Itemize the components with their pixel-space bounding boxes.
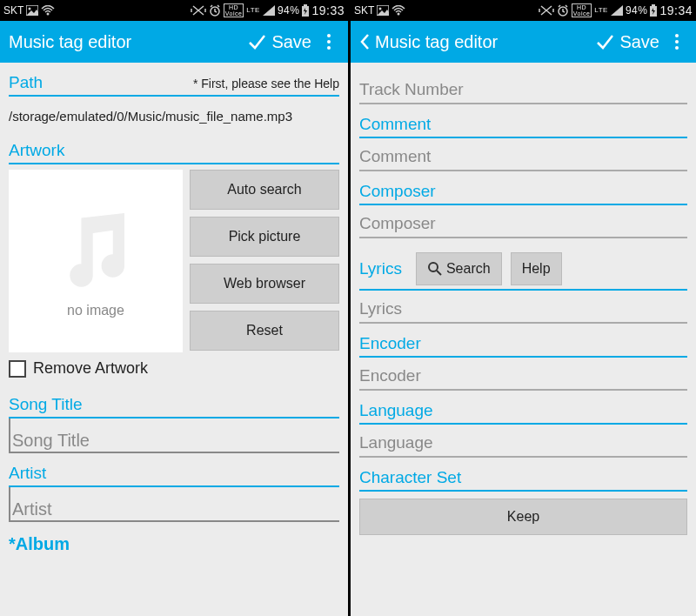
battery-pct: 94% <box>278 4 300 17</box>
album-label: *Album <box>9 522 339 557</box>
clock: 19:34 <box>659 3 693 17</box>
encoder-label: Encoder <box>359 324 687 358</box>
reset-button[interactable]: Reset <box>190 311 339 351</box>
signal-icon <box>611 5 623 16</box>
music-note-icon <box>48 204 144 299</box>
svg-point-2 <box>47 13 50 16</box>
path-label: Path <box>9 73 43 92</box>
svg-point-1 <box>29 8 31 10</box>
lte-label: LTE <box>246 7 260 14</box>
clock: 19:33 <box>311 3 345 17</box>
save-button[interactable]: Save <box>247 32 311 52</box>
track-number-input[interactable]: Track Number <box>359 68 687 104</box>
lte-label: LTE <box>594 7 608 14</box>
lyrics-input[interactable]: Lyrics <box>359 291 687 324</box>
check-icon <box>247 32 266 51</box>
path-section-header: Path * First, please see the Help <box>9 68 339 97</box>
artist-label: Artist <box>9 453 339 487</box>
charset-keep-button[interactable]: Keep <box>359 499 687 535</box>
svg-point-7 <box>379 8 382 10</box>
svg-rect-11 <box>652 4 655 6</box>
hd-voice: HD <box>229 4 238 10</box>
remove-artwork-label: Remove Artwork <box>33 359 148 378</box>
svg-point-12 <box>429 263 438 271</box>
app-title: Music tag editor <box>375 32 498 52</box>
pick-picture-button[interactable]: Pick picture <box>190 217 339 257</box>
save-button[interactable]: Save <box>595 32 659 52</box>
artist-input[interactable]: Artist <box>9 487 339 522</box>
web-browser-button[interactable]: Web browser <box>190 264 339 304</box>
song-title-input[interactable]: Song Title <box>9 418 339 453</box>
wifi-icon <box>392 5 405 16</box>
composer-label: Composer <box>359 171 687 205</box>
language-label: Language <box>359 391 687 425</box>
language-input[interactable]: Language <box>359 425 687 458</box>
help-notice: * First, please see the Help <box>193 77 339 90</box>
svg-point-8 <box>398 13 400 16</box>
svg-rect-5 <box>304 4 307 6</box>
lyrics-label: Lyrics <box>359 259 402 278</box>
app-title: Music tag editor <box>9 32 247 52</box>
song-title-label: Song Title <box>9 385 339 418</box>
composer-input[interactable]: Composer <box>359 205 687 238</box>
back-icon[interactable] <box>359 33 370 50</box>
battery-pct: 94% <box>626 4 648 17</box>
alarm-icon <box>209 4 221 17</box>
overflow-menu-icon[interactable] <box>318 34 339 50</box>
overflow-menu-icon[interactable] <box>666 34 687 50</box>
vibrate-icon <box>539 4 554 17</box>
signal-icon <box>263 5 275 16</box>
screen-left: SKT HDVoice LTE 94% 19:33 Music tag edit… <box>0 0 348 616</box>
status-bar: SKT HDVoice LTE 94% 19:33 <box>0 0 348 21</box>
screen-right: SKT HDVoice LTE 94% 19:34 Music tag edit… <box>348 0 696 616</box>
picture-icon <box>26 5 38 16</box>
vibrate-icon <box>191 4 206 17</box>
lyrics-search-button[interactable]: Search <box>416 252 502 285</box>
alarm-icon <box>557 4 569 17</box>
lyrics-help-button[interactable]: Help <box>511 252 562 285</box>
artwork-preview[interactable]: no image <box>9 170 183 352</box>
app-bar: Music tag editor Save <box>351 21 696 63</box>
app-bar: Music tag editor Save <box>0 21 348 63</box>
picture-icon <box>377 5 389 16</box>
comment-label: Comment <box>359 104 687 138</box>
comment-input[interactable]: Comment <box>359 138 687 171</box>
battery-icon <box>650 4 657 17</box>
artwork-label: Artwork <box>9 136 339 164</box>
remove-artwork-row[interactable]: Remove Artwork <box>9 352 339 385</box>
path-value: /storage/emulated/0/Music/music_file_nam… <box>9 97 339 136</box>
charset-label: Character Set <box>359 458 687 492</box>
remove-artwork-checkbox[interactable] <box>9 360 26 378</box>
carrier-label: SKT <box>3 4 23 17</box>
search-icon <box>427 261 443 277</box>
wifi-icon <box>41 5 55 16</box>
check-icon <box>595 32 614 51</box>
status-bar: SKT HDVoice LTE 94% 19:34 <box>351 0 696 21</box>
encoder-input[interactable]: Encoder <box>359 358 687 391</box>
battery-icon <box>302 4 309 17</box>
carrier-label: SKT <box>354 4 374 17</box>
auto-search-button[interactable]: Auto search <box>190 170 339 210</box>
